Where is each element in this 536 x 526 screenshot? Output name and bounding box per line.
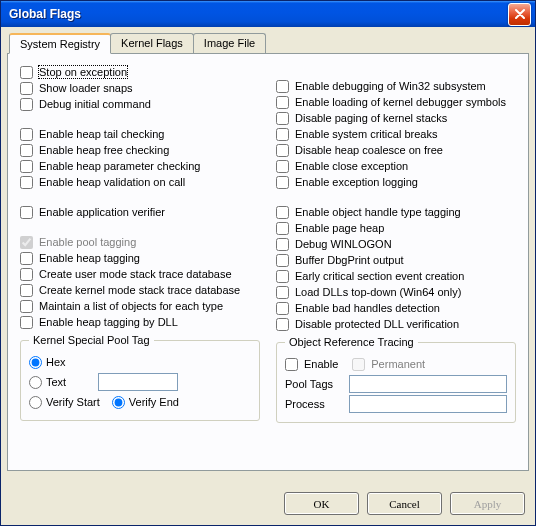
radio-text[interactable]	[29, 376, 42, 389]
radio-verify-end[interactable]	[112, 396, 125, 409]
chk-heap-free-checking[interactable]: Enable heap free checking	[20, 142, 260, 158]
chk-load-dlls-topdown[interactable]: Load DLLs top-down (Win64 only)	[276, 284, 516, 300]
chk-debug-winlogon[interactable]: Debug WINLOGON	[276, 236, 516, 252]
dialog-button-bar: OK Cancel Apply	[284, 492, 525, 515]
tab-panel: Stop on exception Show loader snaps Debu…	[7, 53, 529, 471]
object-ref-fieldset: Object Reference Tracing Enable Permanen…	[276, 336, 516, 423]
chk-heap-tagging[interactable]: Enable heap tagging	[20, 250, 260, 266]
pool-tags-label: Pool Tags	[285, 378, 349, 390]
titlebar: Global Flags	[1, 1, 535, 27]
process-input[interactable]	[349, 395, 507, 413]
chk-heap-tagging-dll[interactable]: Enable heap tagging by DLL	[20, 314, 260, 330]
window-title: Global Flags	[5, 7, 508, 21]
chk-bad-handles[interactable]: Enable bad handles detection	[276, 300, 516, 316]
radio-hex[interactable]	[29, 356, 42, 369]
chk-heap-param-checking[interactable]: Enable heap parameter checking	[20, 158, 260, 174]
kernel-pool-fieldset: Kernel Special Pool Tag Hex Text	[20, 334, 260, 421]
client-area: System Registry Kernel Flags Image File …	[1, 27, 535, 525]
chk-debug-win32[interactable]: Enable debugging of Win32 subsystem	[276, 78, 516, 94]
chk-debug-initial-command[interactable]: Debug initial command	[20, 96, 260, 112]
chk-heap-validation-call[interactable]: Enable heap validation on call	[20, 174, 260, 190]
chk-disable-protected-dll[interactable]: Disable protected DLL verification	[276, 316, 516, 332]
cancel-button[interactable]: Cancel	[367, 492, 442, 515]
chk-buffer-dbgprint[interactable]: Buffer DbgPrint output	[276, 252, 516, 268]
radio-verify-start[interactable]	[29, 396, 42, 409]
chk-user-stack-trace-db[interactable]: Create user mode stack trace database	[20, 266, 260, 282]
chk-objref-enable[interactable]: Enable	[285, 358, 338, 371]
radio-verify-start-label: Verify Start	[46, 396, 100, 408]
object-ref-legend: Object Reference Tracing	[285, 336, 418, 348]
kernel-pool-text-input[interactable]	[98, 373, 178, 391]
chk-show-loader-snaps[interactable]: Show loader snaps	[20, 80, 260, 96]
chk-load-kernel-symbols[interactable]: Enable loading of kernel debugger symbol…	[276, 94, 516, 110]
chk-pool-tagging: Enable pool tagging	[20, 234, 260, 250]
chk-close-exception[interactable]: Enable close exception	[276, 158, 516, 174]
radio-verify-end-label: Verify End	[129, 396, 179, 408]
left-column: Stop on exception Show loader snaps Debu…	[20, 64, 260, 423]
chk-kernel-stack-trace-db[interactable]: Create kernel mode stack trace database	[20, 282, 260, 298]
pool-tags-input[interactable]	[349, 375, 507, 393]
ok-button[interactable]: OK	[284, 492, 359, 515]
kernel-pool-legend: Kernel Special Pool Tag	[29, 334, 154, 346]
radio-hex-label: Hex	[46, 356, 66, 368]
right-column: Enable debugging of Win32 subsystem Enab…	[276, 64, 516, 423]
tabstrip: System Registry Kernel Flags Image File	[9, 33, 529, 53]
chk-obj-handle-type-tag[interactable]: Enable object handle type tagging	[276, 204, 516, 220]
chk-disable-paging-kstacks[interactable]: Disable paging of kernel stacks	[276, 110, 516, 126]
tab-image-file[interactable]: Image File	[193, 33, 266, 53]
chk-early-cs-event[interactable]: Early critical section event creation	[276, 268, 516, 284]
tab-system-registry[interactable]: System Registry	[9, 33, 111, 54]
chk-disable-heap-coalesce[interactable]: Disable heap coalesce on free	[276, 142, 516, 158]
close-icon	[515, 9, 525, 19]
radio-text-label: Text	[46, 376, 86, 388]
chk-exception-logging[interactable]: Enable exception logging	[276, 174, 516, 190]
chk-heap-tail-checking[interactable]: Enable heap tail checking	[20, 126, 260, 142]
chk-app-verifier[interactable]: Enable application verifier	[20, 204, 260, 220]
chk-stop-on-exception[interactable]: Stop on exception	[20, 64, 260, 80]
chk-sys-critical-breaks[interactable]: Enable system critical breaks	[276, 126, 516, 142]
global-flags-window: Global Flags System Registry Kernel Flag…	[0, 0, 536, 526]
tab-kernel-flags[interactable]: Kernel Flags	[110, 33, 194, 53]
chk-objref-permanent: Permanent	[352, 358, 425, 371]
chk-maintain-obj-list[interactable]: Maintain a list of objects for each type	[20, 298, 260, 314]
process-label: Process	[285, 398, 349, 410]
apply-button[interactable]: Apply	[450, 492, 525, 515]
close-button[interactable]	[508, 3, 531, 26]
chk-page-heap[interactable]: Enable page heap	[276, 220, 516, 236]
